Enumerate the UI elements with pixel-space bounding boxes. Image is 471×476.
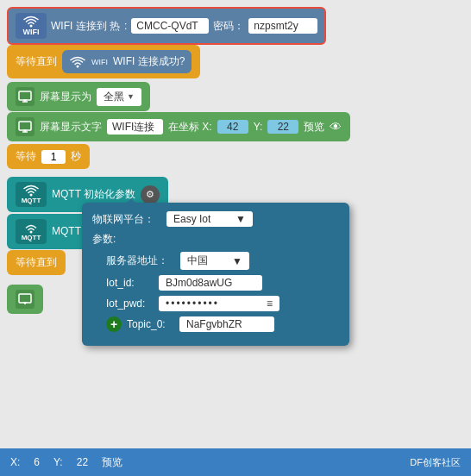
- bottom-x-label: X:: [10, 456, 20, 468]
- bottom-icon: [18, 293, 32, 305]
- wait-sec-input[interactable]: [41, 150, 66, 164]
- screen-black-row: 屏幕显示为 全黑 ▼: [7, 82, 150, 111]
- popup-iotpwd-label: Iot_pwd:: [106, 298, 154, 310]
- wait-until-text: 等待直到: [16, 54, 57, 69]
- popup-topic-label: Topic_0:: [127, 318, 174, 330]
- wait-until2-text: 等待直到: [16, 255, 57, 270]
- mqtt-init-icon: MQTT: [16, 182, 47, 207]
- bottom-x-value: 6: [34, 456, 40, 468]
- wifi-pwd-input[interactable]: [248, 18, 317, 34]
- popup-topic-row: + Topic_0:: [92, 316, 339, 332]
- bottom-y-value: 22: [77, 456, 88, 468]
- sec-label: 秒: [71, 149, 81, 164]
- popup-server-dropdown[interactable]: 中国 ▼: [180, 252, 249, 270]
- popup-iotpwd-field: •••••••••• ≡: [159, 296, 279, 311]
- add-icon: +: [110, 317, 117, 331]
- popup-iotid-input[interactable]: [159, 275, 262, 291]
- popup-pwd-dots: ••••••••••: [166, 298, 219, 310]
- wait-sec-block[interactable]: 等待 秒: [7, 144, 90, 169]
- bottom-preview-label: 预览: [102, 455, 122, 470]
- screen-text-row: 屏幕显示文字 在坐标 X: Y: 预览 👁: [7, 112, 350, 141]
- wifi-connect-row: WIFI WIFI 连接到 热 : 密码：: [7, 7, 326, 45]
- screen-color-value: 全黑: [104, 90, 124, 104]
- mqtt-label: MQTT: [22, 197, 41, 204]
- screen-text-input[interactable]: [107, 119, 163, 135]
- svg-point-1: [77, 65, 79, 67]
- wifi-pwd-label: 密码：: [213, 19, 244, 34]
- coord-y-label: Y:: [254, 121, 263, 133]
- screen-text-label: 屏幕显示文字: [40, 120, 102, 135]
- bottom-green-block[interactable]: [7, 285, 43, 314]
- wifi-icon-block: WIFI: [16, 13, 47, 39]
- mqtt-sub-label: MQTT: [22, 234, 41, 241]
- popup-platform-arrow: ▼: [236, 213, 246, 225]
- wait-until-block[interactable]: 等待直到 WIFI WIFI 连接成功?: [7, 45, 200, 78]
- popup-server-arrow: ▼: [232, 255, 242, 267]
- popup-iotpwd-row: Iot_pwd: •••••••••• ≡: [92, 296, 339, 311]
- mqtt-wifi-icon: [22, 185, 40, 197]
- popup-params-row: 参数:: [92, 232, 339, 247]
- screen-icon: [16, 87, 35, 106]
- screen-color-dropdown[interactable]: 全黑 ▼: [97, 88, 141, 106]
- wait-wifi-row: 等待直到 WIFI WIFI 连接成功?: [7, 45, 200, 78]
- mqtt-init-text: MQTT 初始化参数: [52, 187, 135, 202]
- popup-pwd-toggle[interactable]: ≡: [267, 298, 273, 310]
- screen-text-display-icon: [18, 121, 32, 133]
- screen-text-icon: [16, 117, 35, 136]
- coord-x-input[interactable]: [217, 120, 248, 134]
- svg-rect-12: [19, 294, 31, 303]
- coord-x-label: 在坐标 X:: [168, 120, 212, 135]
- svg-rect-2: [19, 91, 31, 100]
- bottom-y-label: Y:: [53, 456, 63, 468]
- wifi-connected-text: WIFI 连接成功?: [113, 54, 185, 69]
- preview-label: 预览: [304, 120, 324, 135]
- popup-topic-add-button[interactable]: +: [106, 316, 122, 332]
- popup-server-value: 中国: [187, 254, 208, 268]
- wait-until2-block[interactable]: 等待直到: [7, 250, 66, 275]
- preview-eye-icon[interactable]: 👁: [330, 120, 342, 134]
- popup-iotid-row: Iot_id:: [92, 275, 339, 291]
- popup-params-label: 参数:: [92, 232, 161, 247]
- wifi-connect-text: WIFI 连接到 热: [51, 19, 120, 34]
- dropdown-arrow-icon: ▼: [127, 92, 135, 101]
- wait-text: 等待: [16, 149, 36, 164]
- screen-text-block[interactable]: 屏幕显示文字 在坐标 X: Y: 预览 👁: [7, 112, 350, 141]
- screen-black-block[interactable]: 屏幕显示为 全黑 ▼: [7, 82, 150, 111]
- wifi-label-inner: WIFI: [91, 58, 108, 66]
- popup-iotid-label: Iot_id:: [106, 277, 154, 289]
- mqtt-sub-icon: MQTT: [16, 219, 47, 244]
- popup-server-row: 服务器地址： 中国 ▼: [92, 252, 339, 270]
- popup-topic-input[interactable]: [179, 316, 274, 332]
- coord-y-input[interactable]: [267, 120, 298, 134]
- popup-platform-row: 物联网平台： Easy Iot ▼: [92, 211, 339, 227]
- bottom-screen-icon: [16, 290, 35, 309]
- bottom-logo: DF创客社区: [410, 456, 461, 469]
- blocks-workspace: WIFI WIFI 连接到 热 : 密码： 等待直到 WIFI WIFI 连接: [0, 0, 471, 476]
- popup-platform-value: Easy Iot: [173, 213, 210, 225]
- popup-server-label: 服务器地址：: [106, 254, 175, 268]
- popup-platform-dropdown[interactable]: Easy Iot ▼: [166, 211, 253, 227]
- mqtt-gear-button[interactable]: ⚙: [141, 185, 160, 204]
- wifi-ssid-colon: :: [124, 20, 127, 32]
- screen-display-text: 屏幕显示为: [40, 90, 91, 104]
- wifi-icon: [22, 16, 40, 28]
- screen-display-icon: [18, 91, 32, 103]
- wifi-connect-block[interactable]: WIFI WIFI 连接到 热 : 密码：: [7, 7, 326, 45]
- bottom-bar: X: 6 Y: 22 预览 DF创客社区: [0, 448, 471, 476]
- wifi-label: WIFI: [23, 28, 40, 36]
- wifi-connected-icon: [69, 56, 86, 68]
- popup-dialog: 物联网平台： Easy Iot ▼ 参数: 服务器地址： 中国 ▼ Iot_id…: [82, 203, 349, 346]
- popup-platform-label: 物联网平台：: [92, 212, 161, 227]
- mqtt-sub-wifi-icon: [22, 222, 40, 234]
- bottom-green-row: [7, 285, 43, 314]
- svg-rect-6: [19, 122, 31, 130]
- wait-until2-row: 等待直到: [7, 250, 66, 275]
- wifi-ssid-input[interactable]: [131, 18, 209, 34]
- wifi-connected-inner: WIFI WIFI 连接成功?: [62, 50, 192, 73]
- wait-sec-row: 等待 秒: [7, 144, 90, 169]
